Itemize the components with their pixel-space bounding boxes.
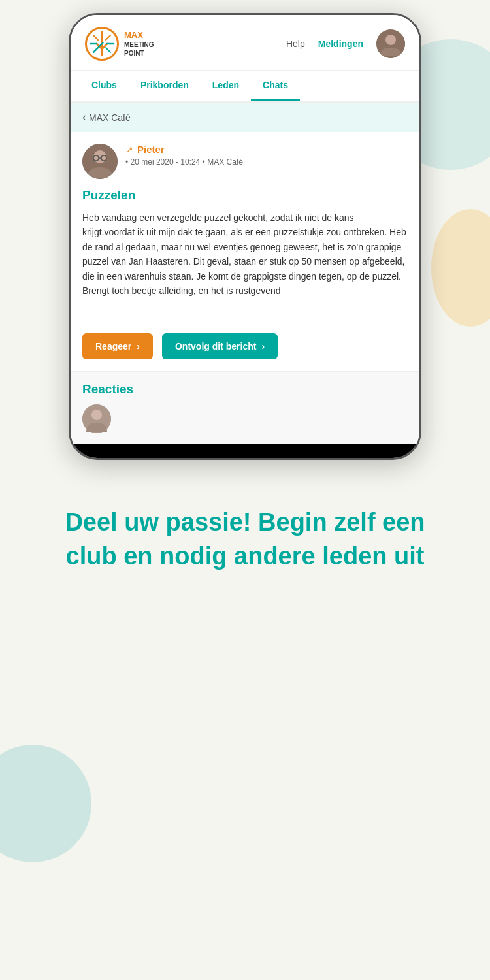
- reaction-avatar-icon: [82, 404, 111, 433]
- bg-circle-bottom: [0, 745, 91, 862]
- logo-icon: [88, 29, 116, 58]
- tagline-section: Deel uw passie! Begin zelf een club en n…: [0, 473, 490, 612]
- app-header: MAX MEETING POINT Help Meldingen: [71, 15, 419, 71]
- tab-clubs[interactable]: Clubs: [80, 71, 129, 101]
- logo-container: MAX MEETING POINT: [85, 27, 154, 61]
- tab-leden[interactable]: Leden: [201, 71, 251, 101]
- nav-help-link[interactable]: Help: [286, 39, 305, 49]
- reply-label: Reageer: [95, 341, 131, 351]
- logo-text: MAX MEETING POINT: [124, 30, 154, 57]
- reactions-title: Reacties: [82, 382, 408, 397]
- tab-prikborden[interactable]: Prikborden: [129, 71, 201, 101]
- phone-frame: MAX MEETING POINT Help Meldingen: [69, 13, 421, 460]
- user-avatar-header[interactable]: [376, 29, 405, 58]
- page-wrapper: MAX MEETING POINT Help Meldingen: [0, 0, 490, 980]
- post-fade: [71, 311, 419, 324]
- back-label: MAX Café: [89, 112, 131, 123]
- reaction-avatar: [82, 404, 111, 433]
- author-avatar-icon: [82, 144, 118, 179]
- unfollow-label: Ontvolg dit bericht: [175, 341, 256, 351]
- nav-tabs: Clubs Prikborden Leden Chats: [71, 71, 419, 103]
- unfollow-chevron-icon: ›: [261, 341, 265, 351]
- post-area: ↗ Pieter • 20 mei 2020 - 10:24 • MAX Caf…: [71, 132, 419, 311]
- author-name[interactable]: Pieter: [137, 144, 165, 155]
- header-nav: Help Meldingen: [286, 29, 405, 58]
- forward-icon: ↗: [125, 144, 133, 155]
- phone-bottom-bar: [71, 444, 419, 458]
- logo-circle: [85, 27, 119, 61]
- author-info: ↗ Pieter • 20 mei 2020 - 10:24 • MAX Caf…: [125, 144, 408, 167]
- tagline-text: Deel uw passie! Begin zelf een club en n…: [39, 506, 451, 573]
- post-title: Puzzelen: [82, 188, 408, 203]
- bg-circle-mid: [431, 209, 490, 327]
- svg-point-14: [93, 150, 106, 163]
- nav-notifications-link[interactable]: Meldingen: [318, 39, 363, 49]
- post-meta: • 20 mei 2020 - 10:24 • MAX Café: [125, 157, 408, 167]
- reply-button[interactable]: Reageer ›: [82, 333, 153, 359]
- reaction-preview-row: [82, 404, 408, 433]
- post-author-row: ↗ Pieter • 20 mei 2020 - 10:24 • MAX Caf…: [82, 144, 408, 179]
- unfollow-button[interactable]: Ontvolg dit bericht ›: [162, 333, 278, 359]
- back-button[interactable]: ‹ MAX Café: [82, 110, 131, 124]
- phone-screen: MAX MEETING POINT Help Meldingen: [71, 15, 419, 444]
- svg-point-12: [385, 35, 396, 45]
- user-avatar-icon: [376, 29, 405, 58]
- reply-chevron-icon: ›: [137, 341, 140, 351]
- tab-chats[interactable]: Chats: [251, 71, 300, 101]
- reactions-section: Reacties: [71, 371, 419, 444]
- svg-point-17: [91, 410, 102, 420]
- author-avatar: [82, 144, 118, 179]
- action-buttons: Reageer › Ontvolg dit bericht ›: [71, 324, 419, 371]
- back-section: ‹ MAX Café: [71, 103, 419, 132]
- chevron-left-icon: ‹: [82, 110, 86, 124]
- post-body: Heb vandaag een verzegelde puzzel gekoch…: [82, 210, 408, 298]
- author-name-row: ↗ Pieter: [125, 144, 408, 155]
